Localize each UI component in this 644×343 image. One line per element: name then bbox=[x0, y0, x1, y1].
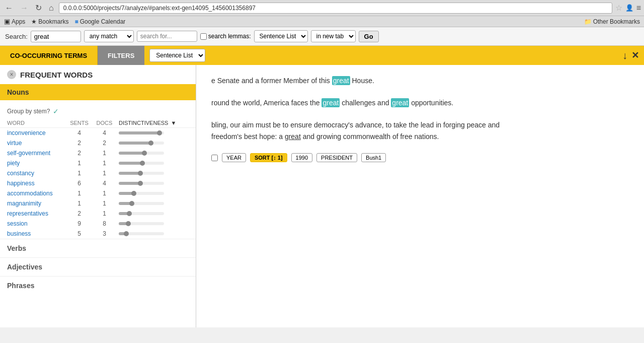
other-bookmarks-item[interactable]: 📁 Other Bookmarks bbox=[584, 18, 640, 25]
docs-value: 8 bbox=[93, 219, 116, 229]
table-row: session98 bbox=[0, 219, 196, 229]
match-select[interactable]: any match all match exact match bbox=[84, 30, 134, 42]
dist-handle[interactable] bbox=[142, 151, 147, 156]
word-link[interactable]: self-government bbox=[7, 150, 50, 157]
right-panel: e Senate and a former Member of this gre… bbox=[196, 65, 644, 327]
star-icon[interactable]: ☆ bbox=[615, 3, 622, 13]
sort-arrow-icon: ▼ bbox=[171, 120, 176, 126]
president-value-tag[interactable]: Bush1 bbox=[361, 153, 386, 162]
year-value-tag[interactable]: 1990 bbox=[291, 153, 312, 162]
word-link[interactable]: virtue bbox=[7, 140, 22, 147]
dist-bar-cell bbox=[116, 229, 196, 239]
docs-value: 4 bbox=[93, 128, 116, 139]
category-verbs[interactable]: Verbs bbox=[0, 239, 196, 257]
dist-handle[interactable] bbox=[148, 141, 153, 146]
nouns-header[interactable]: Nouns bbox=[0, 84, 196, 100]
president-tag[interactable]: PRESIDENT bbox=[316, 153, 357, 162]
tab-bar: CO-OCCURRING TERMS FILTERS Sentence List… bbox=[0, 46, 644, 65]
forward-button[interactable]: → bbox=[18, 3, 30, 14]
sents-value: 2 bbox=[65, 148, 93, 158]
address-bar[interactable] bbox=[59, 3, 612, 14]
dist-handle[interactable] bbox=[131, 191, 136, 196]
sort-tag[interactable]: SORT [↕ 1] bbox=[250, 153, 287, 162]
word-link[interactable]: representatives bbox=[7, 210, 48, 217]
dist-handle[interactable] bbox=[129, 201, 134, 206]
table-row: inconvenience44 bbox=[0, 128, 196, 139]
text-block-1: e Senate and a former Member of this gre… bbox=[211, 75, 629, 87]
docs-value: 1 bbox=[93, 198, 116, 209]
home-button[interactable]: ⌂ bbox=[47, 3, 56, 14]
table-row: constancy11 bbox=[0, 168, 196, 178]
dist-bar-cell bbox=[116, 219, 196, 229]
tab-select[interactable]: in new tab in current bbox=[311, 30, 356, 42]
sents-value: 5 bbox=[65, 229, 93, 239]
sentence-checkbox[interactable] bbox=[211, 155, 218, 161]
dist-bar-cell bbox=[116, 198, 196, 209]
folder-icon: 📁 bbox=[584, 18, 592, 25]
dist-handle[interactable] bbox=[157, 130, 162, 135]
text-block-2: round the world, America faces the great… bbox=[211, 97, 629, 109]
dist-handle[interactable] bbox=[138, 181, 143, 186]
year-tag[interactable]: YEAR bbox=[222, 153, 246, 162]
table-row: piety11 bbox=[0, 158, 196, 168]
close-icon[interactable]: ✕ bbox=[631, 50, 639, 61]
menu-icon[interactable]: ≡ bbox=[636, 4, 641, 13]
sents-value: 2 bbox=[65, 138, 93, 148]
group-by-stem-check[interactable]: ✓ bbox=[53, 107, 59, 115]
word-table: WORD SENTS DOCS DISTINCTIVENESS ▼ inconv… bbox=[0, 118, 196, 239]
word-link[interactable]: session bbox=[7, 220, 28, 227]
word-link[interactable]: constancy bbox=[7, 170, 34, 177]
table-row: representatives21 bbox=[0, 209, 196, 219]
sents-value: 4 bbox=[65, 128, 93, 139]
go-button[interactable]: Go bbox=[359, 31, 379, 42]
sentence-list-dropdown[interactable]: Sentence List bbox=[149, 49, 205, 62]
dist-handle[interactable] bbox=[140, 161, 145, 166]
word-link[interactable]: magnanimity bbox=[7, 200, 41, 207]
frequent-words-title: FREQUENT WORDS bbox=[20, 71, 93, 79]
bookmarks-icon: ★ bbox=[31, 18, 37, 25]
table-row: happiness64 bbox=[0, 178, 196, 188]
col-header-docs[interactable]: DOCS bbox=[93, 118, 116, 128]
word-link[interactable]: accommodations bbox=[7, 190, 53, 197]
sentence-list-select-top[interactable]: Sentence List bbox=[254, 30, 308, 42]
dist-handle[interactable] bbox=[126, 221, 131, 226]
col-header-distinctiveness[interactable]: DISTINCTIVENESS ▼ bbox=[116, 118, 196, 128]
tab-co-occurring-terms[interactable]: CO-OCCURRING TERMS bbox=[0, 46, 98, 65]
dist-bar-cell bbox=[116, 128, 196, 139]
google-calendar-item[interactable]: ■ Google Calendar bbox=[74, 18, 125, 25]
dist-bar-cell bbox=[116, 178, 196, 188]
profile-icon: 👤 bbox=[625, 4, 633, 12]
download-icon[interactable]: ↓ bbox=[622, 50, 627, 61]
apps-bookmark[interactable]: ▣ Apps bbox=[4, 18, 25, 25]
word-link[interactable]: piety bbox=[7, 160, 20, 167]
search-for-input[interactable] bbox=[137, 31, 197, 42]
word-link[interactable]: happiness bbox=[7, 180, 35, 187]
docs-value: 3 bbox=[93, 229, 116, 239]
search-input[interactable] bbox=[31, 31, 81, 42]
dist-handle[interactable] bbox=[124, 231, 129, 236]
word-link[interactable]: inconvenience bbox=[7, 129, 46, 136]
highlight-great-3: great bbox=[285, 132, 301, 141]
category-adjectives[interactable]: Adjectives bbox=[0, 257, 196, 276]
word-link[interactable]: business bbox=[7, 230, 31, 237]
lemmas-checkbox[interactable] bbox=[200, 33, 207, 40]
table-row: self-government21 bbox=[0, 148, 196, 158]
left-panel: × FREQUENT WORDS Nouns Group by stem? ✓ … bbox=[0, 65, 196, 327]
docs-value: 4 bbox=[93, 178, 116, 188]
docs-value: 2 bbox=[93, 138, 116, 148]
highlight-great-1: great bbox=[332, 76, 350, 85]
tab-filters[interactable]: FILTERS bbox=[98, 46, 144, 65]
bookmarks-item[interactable]: ★ Bookmarks bbox=[31, 18, 68, 25]
col-header-sents[interactable]: SENTS bbox=[65, 118, 93, 128]
docs-value: 1 bbox=[93, 209, 116, 219]
back-button[interactable]: ← bbox=[3, 3, 15, 14]
dist-handle[interactable] bbox=[138, 171, 143, 176]
close-circle-button[interactable]: × bbox=[7, 70, 16, 79]
lemmas-checkbox-label: search lemmas: bbox=[200, 33, 251, 40]
highlight-great-2a: great bbox=[321, 98, 340, 107]
reload-button[interactable]: ↻ bbox=[33, 2, 44, 14]
dist-handle[interactable] bbox=[127, 211, 132, 216]
sentence1-pre: e Senate and a former Member of this bbox=[211, 77, 330, 85]
dist-bar-cell bbox=[116, 138, 196, 148]
category-phrases[interactable]: Phrases bbox=[0, 276, 196, 295]
